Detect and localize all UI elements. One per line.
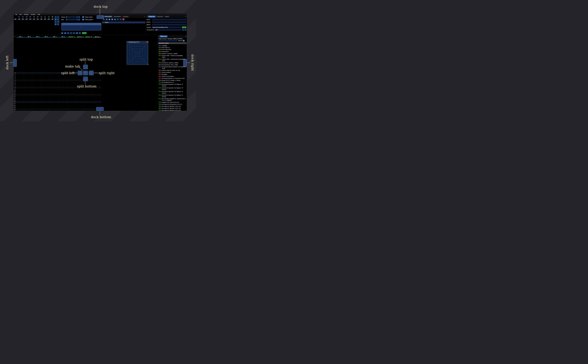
pattern-cell[interactable]: ··· ·· ·· ··· xyxy=(16,83,25,85)
pattern-cell[interactable]: ··· ·· ·· ··· xyxy=(33,101,41,103)
pattern-cell[interactable]: ··· ·· ·· ··· xyxy=(58,107,67,108)
play-button[interactable]: ▶ xyxy=(61,32,63,34)
tab-samples[interactable]: Samples xyxy=(122,16,129,18)
order-cell[interactable]: 00 xyxy=(32,19,36,20)
channel-header-noise[interactable]: Noise xyxy=(93,35,101,37)
pattern-cell[interactable]: ··· ·· ·· ··· xyxy=(92,105,101,107)
pattern-cell[interactable]: ··· ·· ·· ··· xyxy=(84,96,92,98)
split-target-bottom[interactable] xyxy=(83,77,88,81)
tab-wavetables[interactable]: Wavetables xyxy=(113,16,122,18)
pattern-cell[interactable]: ··· ·· ·· ··· xyxy=(58,101,67,103)
move-instrument-down-button[interactable]: ↓ xyxy=(119,18,122,20)
play-pattern-button[interactable]: ◉ xyxy=(64,32,66,34)
chevron-down-icon[interactable]: ▼ xyxy=(146,16,148,18)
pattern-cell[interactable]: ··· ·· ·· ··· xyxy=(16,79,25,81)
duplicate-instrument-button[interactable] xyxy=(106,18,108,20)
pattern-cell[interactable]: ··· ·· ·· ··· xyxy=(67,96,75,98)
order-cell[interactable]: 00 xyxy=(43,19,47,20)
channel-header-fm-4[interactable]: FM 4 xyxy=(42,35,50,37)
pattern-cell[interactable]: ··· ·· ·· ··· xyxy=(50,81,59,83)
pattern-cell[interactable]: ··· ·· ·· ··· xyxy=(41,99,50,101)
close-icon[interactable]: × xyxy=(147,41,148,43)
oscilloscope-window[interactable]: ▼ Oscilloscope (X-Y) × xyxy=(126,41,148,65)
pattern-cell[interactable]: ··· ·· ·· ··· xyxy=(84,90,92,92)
pattern-cell[interactable]: ··· ·· ·· ··· xyxy=(84,107,92,108)
pattern-cell[interactable]: ··· ·· ·· ··· xyxy=(75,90,84,92)
pattern-cell[interactable]: ··· ·· ·· ··· xyxy=(50,110,59,111)
menu-help[interactable]: help xyxy=(36,13,41,15)
split-target-left[interactable] xyxy=(78,71,82,75)
pattern-cell[interactable]: ··· ·· ·· ··· xyxy=(50,101,59,103)
pattern-cell[interactable]: ··· ·· ·· ··· xyxy=(67,98,75,99)
pattern-cell[interactable]: ··· ·· ·· ··· xyxy=(92,76,101,78)
pattern-cell[interactable]: ··· ·· ·· ··· xyxy=(41,90,50,92)
pattern-cell[interactable]: ··· ·· ·· ··· xyxy=(33,107,41,108)
pattern-cell[interactable]: ··· ·· ·· ··· xyxy=(84,101,92,103)
channel-header-fm-3[interactable]: FM 3 xyxy=(33,35,42,37)
follow-orders-checkbox[interactable]: ✓ xyxy=(82,16,84,18)
channel-header-fm-6[interactable]: FM 6 xyxy=(59,35,67,37)
pattern-cell[interactable]: ··· ·· ·· ··· xyxy=(75,98,84,99)
pattern-cell[interactable]: ··· ·· ·· ··· xyxy=(75,110,84,111)
pattern-cell[interactable]: ··· ·· ·· ··· xyxy=(16,99,25,101)
pattern-cell[interactable]: ··· ·· ·· ··· xyxy=(84,92,92,94)
pattern-cell[interactable]: ··· ·· ·· ··· xyxy=(25,83,33,85)
pattern-cell[interactable]: ··· ·· ·· ··· xyxy=(33,92,41,94)
pattern-cell[interactable]: ··· ·· ·· ··· xyxy=(50,89,59,90)
pattern-cell[interactable]: ··· ·· ·· ··· xyxy=(33,87,41,89)
pattern-cell[interactable]: ··· ·· ·· ··· xyxy=(50,99,59,101)
pattern-cell[interactable]: ··· ·· ·· ··· xyxy=(16,94,25,96)
menu-edit[interactable]: edit xyxy=(18,13,23,15)
pattern-cell[interactable]: ··· ·· ·· ··· xyxy=(25,110,33,111)
pattern-cell[interactable]: ··· ·· ·· ··· xyxy=(58,96,67,98)
pattern-cell[interactable]: ··· ·· ·· ··· xyxy=(16,89,25,90)
pattern-cell[interactable]: ··· ·· ·· ··· xyxy=(67,83,75,85)
move-instrument-up-button[interactable]: ↑ xyxy=(117,18,119,20)
pattern-cell[interactable]: ··· ·· ·· ··· xyxy=(58,90,67,92)
order-up-button[interactable]: ∧ xyxy=(57,18,59,20)
pattern-cell[interactable]: ··· ·· ·· ··· xyxy=(33,90,41,92)
pattern-cell[interactable]: ··· ·· ·· ··· xyxy=(58,81,67,83)
dock-target-right[interactable] xyxy=(183,59,187,67)
pattern-cell[interactable]: ··· ·· ·· ··· xyxy=(92,92,101,94)
pattern-cell[interactable]: ··· ·· ·· ··· xyxy=(50,107,59,108)
pattern-cell[interactable]: ··· ·· ·· ··· xyxy=(41,101,50,103)
pattern-cell[interactable]: ··· ·· ·· ··· xyxy=(67,108,75,110)
pattern-cell[interactable]: ··· ·· ·· ··· xyxy=(33,98,41,99)
pattern-cell[interactable]: ··· ·· ·· ··· xyxy=(50,96,59,98)
pattern-cell[interactable]: ··· ·· ·· ··· xyxy=(41,79,50,81)
poly-button[interactable]: Poly xyxy=(82,32,86,34)
pattern-cell[interactable]: ··· ·· ·· ··· xyxy=(33,103,41,105)
dock-target-top[interactable] xyxy=(97,15,104,19)
pattern-cell[interactable]: ··· ·· ·· ··· xyxy=(50,108,59,110)
pattern-cell[interactable]: ··· ·· ·· ··· xyxy=(67,76,75,78)
pattern-cell[interactable]: ··· ·· ·· ··· xyxy=(25,79,33,81)
pattern-cell[interactable]: ··· ·· ·· ··· xyxy=(16,98,25,99)
pattern-cell[interactable]: ··· ·· ·· ··· xyxy=(16,76,25,78)
pattern-cell[interactable]: ··· ·· ·· ··· xyxy=(25,101,33,103)
pattern-cell[interactable]: ··· ·· ·· ··· xyxy=(33,81,41,83)
pattern-cell[interactable]: ··· ·· ·· ··· xyxy=(67,78,75,79)
pattern-cell[interactable]: ··· ·· ·· ··· xyxy=(16,105,25,107)
tuning-increase-button[interactable]: + xyxy=(185,29,186,31)
pattern-cell[interactable]: ··· ·· ·· ··· xyxy=(50,87,59,89)
pattern-cell[interactable]: ··· ·· ·· ··· xyxy=(25,76,33,78)
pattern-cell[interactable]: ··· ·· ·· ··· xyxy=(75,94,84,96)
order-cell[interactable]: 00 xyxy=(36,19,40,20)
pattern-cell[interactable]: ··· ·· ·· ··· xyxy=(33,99,41,101)
order-down-button[interactable]: ∨ xyxy=(54,21,57,23)
tab-speed[interactable]: Speed xyxy=(164,16,170,18)
pattern-cell[interactable]: ··· ·· ·· ··· xyxy=(92,96,101,98)
pattern-cell[interactable]: ··· ·· ·· ··· xyxy=(92,103,101,105)
pattern-cell[interactable]: ··· ·· ·· ··· xyxy=(16,74,25,76)
pattern-cell[interactable]: ··· ·· ·· ··· xyxy=(25,96,33,98)
pattern-cell[interactable]: ··· ·· ·· ··· xyxy=(50,85,59,87)
system-input[interactable] xyxy=(152,26,181,28)
pattern-cell[interactable]: ··· ·· ·· ··· xyxy=(41,94,50,96)
pattern-cell[interactable]: ··· ·· ·· ··· xyxy=(50,74,59,76)
pattern-cell[interactable]: ··· ·· ·· ··· xyxy=(67,81,75,83)
name-input[interactable] xyxy=(152,19,186,20)
step-decrease-button[interactable]: - xyxy=(76,19,78,20)
pattern-cell[interactable]: ··· ·· ·· ··· xyxy=(41,78,50,79)
pattern-cell[interactable]: ··· ·· ·· ··· xyxy=(67,90,75,92)
